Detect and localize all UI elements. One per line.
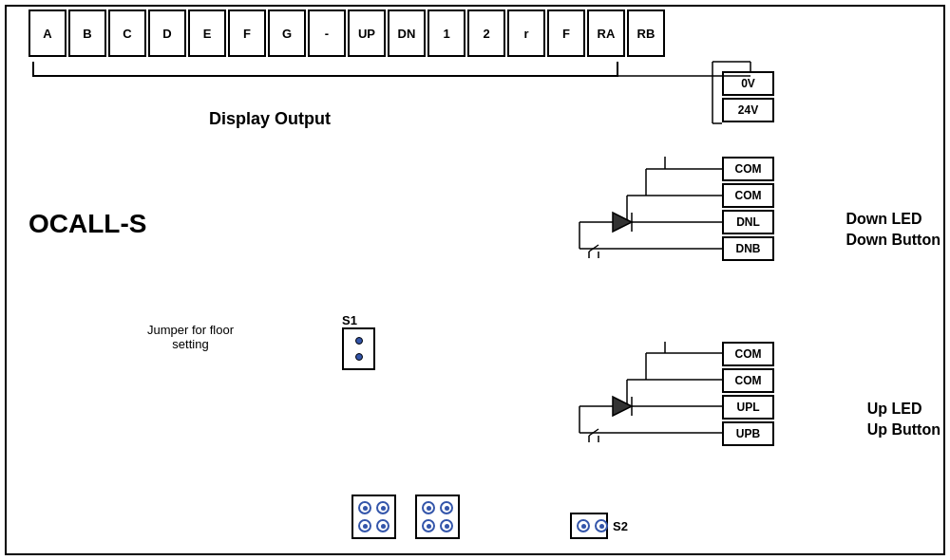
top-terminal-row: A B C D E F G - UP DN 1 2 r F RA RB [28,9,665,57]
connector-pin [358,519,371,532]
bottom-connectors [352,495,460,539]
up-labels: Up LED Up Button [867,399,940,441]
outer-border [5,5,945,555]
s2-area: S2 [570,513,628,539]
up-button-label: Up Button [867,420,940,440]
connector-pin [577,519,590,532]
terminal-G[interactable]: G [268,9,306,57]
terminal-1[interactable]: 1 [428,9,466,57]
connector-pin [422,501,435,514]
diagram-container: A B C D E F G - UP DN 1 2 r F RA RB Disp… [0,0,950,560]
terminal-DNB[interactable]: DNB [722,236,774,261]
terminal-UPL[interactable]: UPL [722,395,774,420]
jumper-dot [355,353,363,361]
down-button-label: Down Button [846,230,940,251]
jumper-dot-row-top [355,337,363,345]
jumper-dot-row-bottom [355,353,363,361]
terminal-2[interactable]: 2 [467,9,505,57]
connector-pin [376,519,390,532]
terminal-B[interactable]: B [68,9,106,57]
terminal-dash[interactable]: - [308,9,346,57]
up-terminals: COM COM UPL UPB [722,342,774,446]
terminal-DNL[interactable]: DNL [722,210,774,234]
ocall-label: OCALL-S [28,209,146,239]
terminal-C[interactable]: C [108,9,146,57]
connector-pin [440,519,453,532]
jumper-s1-component[interactable] [342,327,375,370]
display-output-label: Display Output [209,109,331,129]
terminal-24V[interactable]: 24V [722,98,774,122]
connector-group-2[interactable] [415,495,460,539]
connector-pin [422,519,435,532]
terminal-E[interactable]: E [188,9,226,57]
terminal-DN[interactable]: DN [388,9,426,57]
connector-pin [358,501,371,514]
terminal-r[interactable]: r [507,9,545,57]
terminal-F[interactable]: F [228,9,266,57]
terminal-RB[interactable]: RB [627,9,665,57]
connector-group-1[interactable] [352,495,396,539]
down-led-label: Down LED [846,209,940,230]
s1-label: S1 [342,313,357,327]
connector-pin [440,501,453,514]
terminal-A[interactable]: A [28,9,66,57]
connector-pin [595,519,608,532]
terminal-D[interactable]: D [148,9,186,57]
jumper-label: Jumper for floor setting [147,323,234,351]
right-terminals-top: 0V 24V [722,71,774,122]
terminal-COM1[interactable]: COM [722,157,774,181]
terminal-RA[interactable]: RA [587,9,625,57]
terminal-UPB[interactable]: UPB [722,421,774,446]
terminal-0V[interactable]: 0V [722,71,774,96]
terminal-COM4[interactable]: COM [722,368,774,393]
terminal-COM2[interactable]: COM [722,183,774,208]
terminal-COM3[interactable]: COM [722,342,774,366]
s2-label: S2 [613,519,628,533]
down-labels: Down LED Down Button [846,209,940,252]
up-led-label: Up LED [867,399,940,420]
jumper-dot [355,337,363,345]
s2-connector[interactable] [570,513,608,539]
terminal-F2[interactable]: F [547,9,585,57]
connector-pin [376,501,390,514]
terminal-UP[interactable]: UP [348,9,386,57]
down-terminals: COM COM DNL DNB [722,157,774,261]
